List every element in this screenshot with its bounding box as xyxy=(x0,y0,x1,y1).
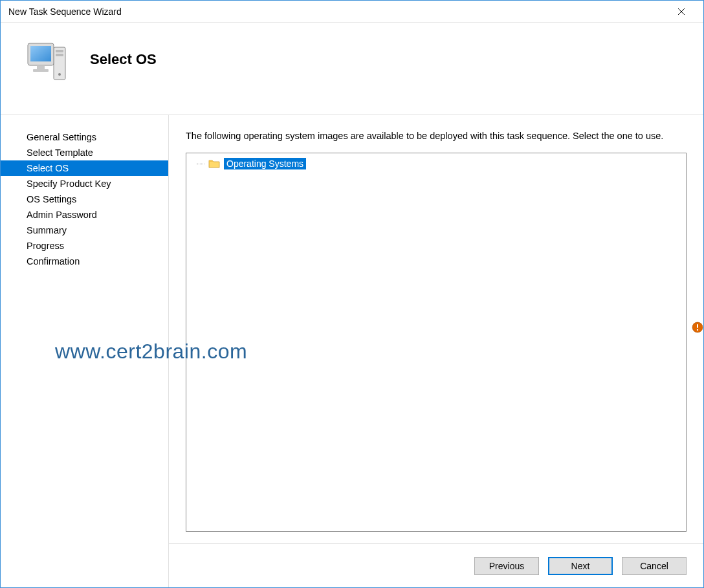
tree-root-label: Operating Systems xyxy=(224,158,306,169)
page-title: Select OS xyxy=(90,38,157,68)
os-tree-view[interactable]: Operating Systems xyxy=(186,153,687,532)
wizard-sidebar: General Settings Select Template Select … xyxy=(1,115,169,587)
button-bar: Previous Next Cancel xyxy=(169,543,703,587)
window-title: New Task Sequence Wizard xyxy=(8,6,667,17)
sidebar-item-select-template[interactable]: Select Template xyxy=(1,145,168,160)
sidebar-item-confirmation[interactable]: Confirmation xyxy=(1,254,168,269)
close-icon xyxy=(677,8,685,16)
sidebar-item-general-settings[interactable]: General Settings xyxy=(1,129,168,145)
svg-point-13 xyxy=(697,329,698,331)
titlebar: New Task Sequence Wizard xyxy=(1,1,703,23)
tree-node-root[interactable]: Operating Systems xyxy=(193,157,679,170)
svg-rect-8 xyxy=(30,46,51,61)
sidebar-item-progress[interactable]: Progress xyxy=(1,238,168,254)
sidebar-item-specify-product-key[interactable]: Specify Product Key xyxy=(1,176,168,191)
svg-point-5 xyxy=(58,73,61,76)
next-button[interactable]: Next xyxy=(548,557,613,575)
error-badge-icon xyxy=(692,321,703,333)
wizard-window: New Task Sequence Wizard xyxy=(0,0,704,588)
close-button[interactable] xyxy=(667,1,696,22)
cancel-button[interactable]: Cancel xyxy=(622,557,687,575)
sidebar-item-summary[interactable]: Summary xyxy=(1,223,168,238)
sidebar-item-admin-password[interactable]: Admin Password xyxy=(1,207,168,223)
svg-rect-10 xyxy=(33,69,49,72)
folder-icon xyxy=(208,158,220,169)
svg-rect-4 xyxy=(56,54,63,56)
sidebar-item-os-settings[interactable]: OS Settings xyxy=(1,191,168,207)
sidebar-item-select-os[interactable]: Select OS xyxy=(1,160,168,176)
svg-rect-3 xyxy=(56,50,63,52)
instruction-text: The following operating system images ar… xyxy=(186,129,687,142)
main-content: The following operating system images ar… xyxy=(169,115,703,543)
svg-rect-12 xyxy=(697,324,698,328)
svg-rect-9 xyxy=(37,65,45,69)
header-panel: Select OS xyxy=(1,23,703,114)
tree-connector-icon xyxy=(193,157,207,170)
body-row: General Settings Select Template Select … xyxy=(1,114,703,587)
computer-icon xyxy=(24,38,69,88)
main-pane: The following operating system images ar… xyxy=(169,115,703,587)
previous-button[interactable]: Previous xyxy=(474,557,539,575)
